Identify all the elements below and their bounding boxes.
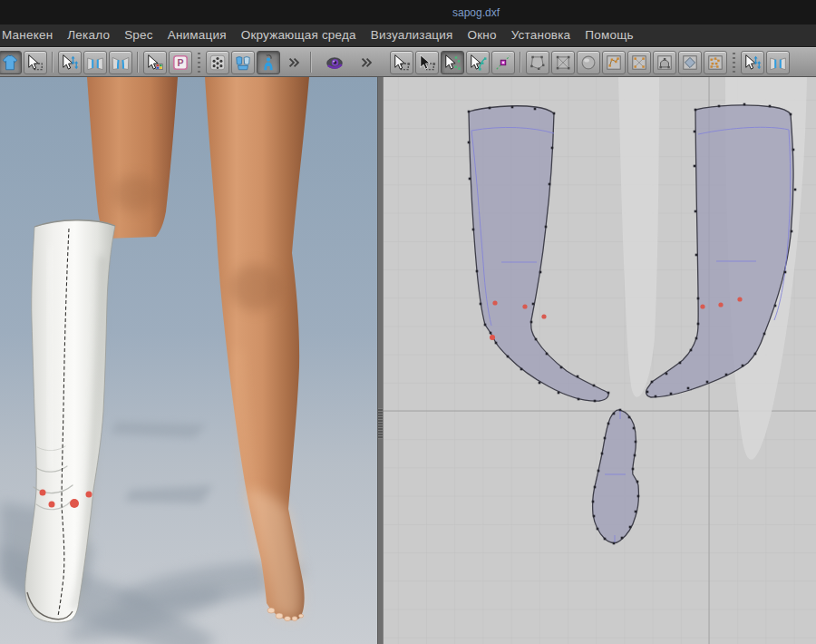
particle-distance-button[interactable] [206,51,229,74]
toolbar-separator [52,52,53,73]
menu-bar: МанекенЛекалоSpecАнимацияОкружающая сред… [0,24,816,47]
print-layout-button[interactable]: P [169,51,192,74]
show-avatar-button[interactable] [257,51,280,74]
overflow-chevron-icon [285,54,303,72]
add-point-button[interactable] [491,51,515,74]
diamond-dart-icon [681,54,699,72]
pin-2d-button[interactable] [741,51,764,74]
polygon-tool-icon [529,54,547,72]
sew-2d-button[interactable] [766,51,790,74]
viewport-3d[interactable] [0,77,378,644]
pin-cursor-icon [61,54,79,72]
sew-segment-icon [769,54,787,72]
dart-tool-icon [656,54,674,72]
toolbar-3d-group: P [0,50,379,74]
toolbar-separator [310,52,312,73]
main-area [0,77,816,644]
simulate-button[interactable] [0,51,22,74]
create-internal-points-button[interactable] [704,51,727,74]
fabric-color-button[interactable] [143,51,167,74]
left-leg-3d [87,77,178,239]
toolbar-2d-group [389,50,791,74]
edit-curve-cursor-icon [469,54,487,72]
panel-splitter[interactable] [377,77,384,644]
ellipse-tool-icon [579,54,597,72]
sew-free-icon [112,54,130,72]
rectangle-tool-icon [554,54,572,72]
render-icon [325,54,344,72]
print-layout-icon: P [171,54,189,72]
particle-distance-icon [209,54,227,72]
menu-item-pattern[interactable]: Лекало [60,24,117,46]
toolbar-dotted-separator [197,53,201,73]
overflow-chevron-icon [357,54,375,72]
more-render-tools-button[interactable] [355,51,378,74]
create-diamond-dart-button[interactable] [678,51,702,74]
create-internal-rectangle-button[interactable] [627,51,651,74]
edit-curvature-button[interactable] [466,51,490,74]
edit-pattern-button[interactable] [441,51,464,74]
edit-points-cursor-icon [443,54,461,72]
transform-pattern-alt-button[interactable] [415,51,439,74]
create-dart-button[interactable] [653,51,676,74]
fabric-color-cursor-icon [146,54,164,72]
show-patterns-icon [234,54,252,72]
create-rectangle-button[interactable] [551,51,575,74]
tshirt-3d-icon [1,54,19,72]
transform-pattern-button[interactable] [390,51,413,74]
window-title: sapog.dxf [452,6,500,19]
add-point-icon [494,54,512,72]
internal-points-icon [706,54,724,72]
menu-item-window[interactable]: Окно [461,24,504,46]
render-button[interactable] [316,51,353,74]
toolbar-separator [520,52,521,73]
viewport-2d[interactable] [384,77,816,644]
create-ellipse-button[interactable] [577,51,600,74]
sew-segment-button[interactable] [83,51,107,74]
pin-cursor-icon [743,54,762,72]
internal-rectangle-icon [630,54,648,72]
select-transform-cursor-icon [26,54,44,72]
menu-item-spec[interactable]: Spec [117,24,160,46]
toolbar-dotted-separator [732,53,736,73]
pin-tool-button[interactable] [58,51,82,74]
more-3d-tools-button[interactable] [282,51,306,74]
sew-free-button[interactable] [109,51,132,74]
menu-item-setup[interactable]: Установка [504,24,578,46]
menu-item-mannequin[interactable]: Манекен [0,24,60,46]
menu-item-environment[interactable]: Окружающая среда [234,24,364,46]
menu-item-help[interactable]: Помощь [578,24,640,46]
transform-pattern-cursor-icon [393,54,411,72]
transform-pattern-black-cursor-icon [418,54,436,72]
menu-item-visualization[interactable]: Визуализация [364,24,461,46]
select-move-button[interactable] [24,51,47,74]
internal-polygon-icon [605,54,623,72]
title-bar: sapog.dxf [0,0,816,24]
svg-text:P: P [177,57,183,68]
create-internal-polygon-button[interactable] [602,51,626,74]
show-avatar-icon [259,54,277,72]
menu-item-animation[interactable]: Анимация [160,24,234,46]
toolbar: P [0,47,816,77]
show-patterns-button[interactable] [231,51,255,74]
create-polygon-button[interactable] [526,51,549,74]
toolbar-separator [137,52,139,73]
sew-segment-icon [86,54,104,72]
splitter-grip-icon[interactable] [378,408,383,439]
